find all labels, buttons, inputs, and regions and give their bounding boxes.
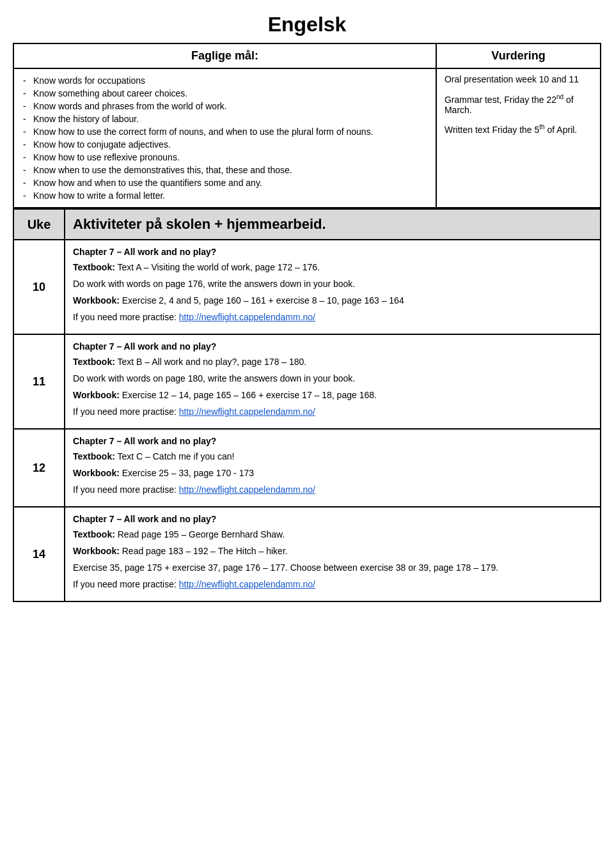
week-number: 10 [13, 240, 65, 334]
bold-label: Textbook: [73, 357, 115, 367]
top-section-table: Faglige mål: Vurdering Know words for oc… [13, 43, 601, 208]
chapter-heading: Chapter 7 – All work and no play? [73, 247, 592, 257]
list-item: Know the history of labour. [22, 112, 428, 125]
aktiviteter-column-header: Aktiviteter på skolen + hjemmearbeid. [65, 209, 601, 240]
vurdering-block-2: Grammar test, Friday the 22nd of March. [445, 93, 592, 115]
bold-label: Textbook: [73, 451, 115, 461]
week-activities: Chapter 7 – All work and no play?Textboo… [65, 334, 601, 429]
written-text-text: Written text Friday the 5th of April. [445, 125, 577, 135]
activity-line: Do work with words on page 180, write th… [73, 372, 592, 385]
list-item: Know words for occupations [22, 74, 428, 87]
week-number: 14 [13, 507, 65, 601]
oral-presentation-text: Oral presentation week 10 and 11 [445, 74, 579, 84]
activity-line: If you need more practise: http://newfli… [73, 405, 592, 419]
activity-line: Textbook: Text B – All work and no play?… [73, 355, 592, 369]
week-activities: Chapter 7 – All work and no play?Textboo… [65, 240, 601, 334]
practise-link[interactable]: http://newflight.cappelendamm.no/ [179, 579, 315, 589]
activity-line: If you need more practise: http://newfli… [73, 311, 592, 324]
week-number: 12 [13, 429, 65, 507]
activity-line: Textbook: Text A – Visiting the world of… [73, 261, 592, 274]
vurdering-block-1: Oral presentation week 10 and 11 [445, 74, 592, 84]
list-item: Know how to use reflexive pronouns. [22, 151, 428, 164]
practise-link[interactable]: http://newflight.cappelendamm.no/ [179, 312, 315, 322]
list-item: Know something about career choices. [22, 87, 428, 100]
chapter-heading: Chapter 7 – All work and no play? [73, 514, 592, 524]
bold-label: Textbook: [73, 529, 115, 539]
list-item: Know when to use the demonstratives this… [22, 164, 428, 176]
practise-link[interactable]: http://newflight.cappelendamm.no/ [179, 407, 315, 417]
bold-label: Workbook: [73, 390, 120, 400]
bold-label: Workbook: [73, 546, 120, 556]
faglige-list: Know words for occupations Know somethin… [22, 74, 428, 202]
practise-link[interactable]: http://newflight.cappelendamm.no/ [179, 484, 315, 495]
vurdering-header: Vurdering [436, 43, 601, 68]
week-activities: Chapter 7 – All work and no play?Textboo… [65, 507, 601, 601]
grammar-test-text: Grammar test, Friday the 22nd of March. [445, 95, 574, 115]
page-title: Engelsk [13, 13, 601, 36]
activity-line: Exercise 35, page 175 + exercise 37, pag… [73, 561, 592, 575]
sup-nd: nd [556, 93, 563, 100]
activity-line: Textbook: Text C – Catch me if you can! [73, 450, 592, 463]
activity-line: Workbook: Read page 183 – 192 – The Hitc… [73, 545, 592, 558]
activity-line: Do work with words on page 176, write th… [73, 277, 592, 291]
activity-line: Workbook: Exercise 2, 4 and 5, page 160 … [73, 294, 592, 307]
activity-line: Textbook: Read page 195 – George Bernhar… [73, 528, 592, 541]
chapter-heading: Chapter 7 – All work and no play? [73, 341, 592, 352]
activity-line: If you need more practise: http://newfli… [73, 578, 592, 591]
faglige-header: Faglige mål: [13, 43, 436, 68]
faglige-content: Know words for occupations Know somethin… [13, 68, 436, 208]
activity-line: If you need more practise: http://newfli… [73, 483, 592, 497]
bold-label: Textbook: [73, 262, 115, 272]
activities-table: Uke Aktiviteter på skolen + hjemmearbeid… [13, 208, 601, 602]
vurdering-content: Oral presentation week 10 and 11 Grammar… [436, 68, 601, 208]
list-item: Know how to conjugate adjectives. [22, 138, 428, 151]
list-item: Know how to write a formal letter. [22, 189, 428, 202]
sup-th: th [539, 124, 544, 131]
list-item: Know words and phrases from the world of… [22, 100, 428, 112]
list-item: Know how and when to use the quantifiers… [22, 176, 428, 189]
activity-line: Workbook: Exercise 25 – 33, page 170 - 1… [73, 467, 592, 480]
list-item: Know how to use the correct form of noun… [22, 125, 428, 138]
week-number: 11 [13, 334, 65, 429]
activity-line: Workbook: Exercise 12 – 14, page 165 – 1… [73, 389, 592, 402]
week-activities: Chapter 7 – All work and no play?Textboo… [65, 429, 601, 507]
bold-label: Workbook: [73, 468, 120, 478]
vurdering-block-3: Written text Friday the 5th of April. [445, 124, 592, 136]
bold-label: Workbook: [73, 295, 120, 306]
uke-column-header: Uke [13, 209, 65, 240]
chapter-heading: Chapter 7 – All work and no play? [73, 436, 592, 446]
